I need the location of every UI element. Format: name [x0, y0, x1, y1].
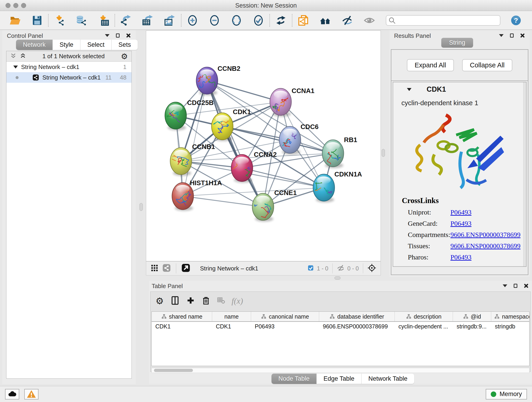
crosslink-row: Uniprot:P06493	[408, 208, 526, 216]
column-header-canonical-name[interactable]: canonical name	[251, 312, 319, 321]
zoom-selected-button[interactable]	[253, 14, 264, 26]
edge-HIST1H1A-CCNE1[interactable]	[183, 196, 263, 207]
home-networks-button[interactable]	[319, 14, 331, 26]
refresh-view-button[interactable]	[275, 14, 287, 26]
export-network-icon	[120, 15, 132, 26]
node-RB1[interactable]: RB1	[322, 136, 357, 168]
tab-network[interactable]: Network	[16, 40, 53, 50]
node-gloss	[235, 157, 249, 164]
selected-nodes-checkbox-icon[interactable]	[307, 264, 314, 272]
node-CDC25B[interactable]: CDC25B	[165, 99, 214, 130]
clone-network-button[interactable]	[298, 14, 309, 26]
panel-close-icon[interactable]	[126, 33, 131, 38]
tab-edge-table[interactable]: Edge Table	[317, 374, 361, 384]
search-input[interactable]	[386, 15, 500, 26]
select-columns-icon[interactable]	[170, 296, 180, 306]
import-network-database-button[interactable]	[76, 14, 88, 26]
crosslink-link[interactable]: P06493	[450, 208, 472, 216]
table-gear-icon[interactable]: ⚙	[156, 296, 164, 306]
column-header-database-identifier[interactable]: database identifier	[319, 312, 395, 321]
table-menu-icon[interactable]	[503, 284, 507, 287]
column-header-namespace[interactable]: namespace	[491, 312, 530, 321]
edge-CCNB2-CCNE1[interactable]	[207, 81, 263, 207]
table-cell: CDK1	[212, 322, 251, 332]
delete-column-trash-icon[interactable]	[201, 296, 210, 306]
collapse-all-button[interactable]: Collapse All	[462, 59, 513, 71]
zoom-fit-button[interactable]	[230, 14, 242, 26]
right-splitter-handle[interactable]	[382, 149, 385, 157]
crosslink-link[interactable]: P06493	[450, 253, 472, 261]
tab-select[interactable]: Select	[80, 40, 112, 50]
network-canvas[interactable]: CCNB2CCNA1CDC25BCDK1CDC6RB1CCNB1CCNA2CDK…	[146, 31, 381, 261]
node-CCNB2[interactable]: CCNB2	[196, 65, 240, 96]
column-header--id[interactable]: @id	[453, 312, 491, 321]
table-header-row: shared namenamecanonical namedatabase id…	[152, 312, 529, 322]
table-row[interactable]: CDK1CDK1P064939606.ENSP00000378699cyclin…	[152, 322, 529, 332]
table-close-icon[interactable]	[524, 283, 528, 288]
import-table-file-icon	[98, 15, 109, 26]
node-CCNE1[interactable]: CCNE1	[247, 189, 297, 222]
memory-button[interactable]: Memory	[486, 389, 527, 400]
table-float-icon[interactable]	[514, 284, 517, 288]
zoom-fit-icon	[231, 15, 242, 26]
gene-card-scrollbar[interactable]	[523, 82, 526, 266]
tab-style[interactable]: Style	[53, 40, 80, 50]
collapse-all-icon[interactable]	[10, 53, 17, 60]
open-file-icon	[9, 15, 21, 26]
network-options-gear-icon[interactable]: ⚙	[121, 52, 128, 60]
results-close-icon[interactable]	[520, 33, 525, 38]
fit-selection-crosshair-icon[interactable]	[367, 263, 376, 274]
hide-panels-button[interactable]	[341, 14, 353, 26]
help-button[interactable]: ?	[510, 14, 522, 26]
save-session-button[interactable]	[31, 14, 43, 26]
show-panel-button[interactable]	[363, 14, 375, 26]
crosslink-label: Uniprot:	[408, 208, 450, 216]
node-CDC6[interactable]: CDC6	[279, 123, 319, 155]
birds-eye-view-icon[interactable]	[181, 263, 190, 274]
open-file-button[interactable]	[9, 14, 21, 26]
tab-node-table[interactable]: Node Table	[272, 374, 317, 384]
panel-menu-icon[interactable]	[105, 34, 109, 37]
edge-CCNB2-CCNA1[interactable]	[207, 81, 280, 102]
results-float-icon[interactable]	[510, 33, 514, 38]
expand-all-icon[interactable]	[20, 53, 26, 60]
home-networks-icon	[320, 15, 331, 26]
crosslink-link[interactable]: 9606.ENSP00000378699	[450, 242, 520, 249]
column-header-shared-name[interactable]: shared name	[152, 312, 212, 321]
edge-CCNB2-HIST1H1A[interactable]	[183, 81, 207, 196]
crosslink-link[interactable]: 9606.ENSP00000378699	[450, 231, 520, 238]
add-column-icon[interactable]	[186, 296, 195, 306]
results-menu-icon[interactable]	[499, 34, 504, 37]
import-network-file-button[interactable]	[54, 14, 65, 26]
import-table-file-button[interactable]	[98, 14, 109, 26]
string-app-icon	[32, 74, 39, 81]
export-network-button[interactable]	[120, 14, 132, 26]
node-CCNA1[interactable]: CCNA1	[270, 87, 314, 117]
tab-sets[interactable]: Sets	[112, 40, 138, 50]
table-horizontal-scrollbar[interactable]	[152, 368, 530, 373]
string-network-gray-icon[interactable]	[162, 264, 171, 273]
expand-all-button[interactable]: Expand All	[407, 59, 454, 71]
network-row[interactable]: String Network – cdk1 11 48	[6, 72, 132, 83]
bottom-splitter-handle[interactable]	[335, 276, 341, 280]
network-collection-row[interactable]: String Network – cdk1 1	[6, 62, 132, 72]
column-header-description[interactable]: description	[395, 312, 453, 321]
left-splitter-handle[interactable]	[139, 203, 143, 211]
tab-string[interactable]: String	[441, 38, 473, 48]
zoom-in-button[interactable]	[186, 14, 198, 26]
grid-view-icon[interactable]	[150, 264, 158, 273]
tab-network-table[interactable]: Network Table	[361, 374, 414, 384]
crosslink-link[interactable]: P06493	[450, 220, 472, 227]
column-header-name[interactable]: name	[212, 312, 251, 321]
node-gloss	[174, 150, 188, 157]
zoom-out-button[interactable]	[209, 14, 220, 26]
export-table-button[interactable]	[142, 14, 154, 26]
collection-expand-icon[interactable]	[13, 65, 18, 69]
panel-float-icon[interactable]	[116, 33, 120, 38]
table-cell: stringdb:9...	[453, 322, 491, 332]
cloud-button[interactable]	[5, 389, 19, 400]
export-image-button[interactable]	[164, 14, 176, 26]
gene-collapse-icon[interactable]	[407, 88, 412, 91]
node-CDKN1A[interactable]: CDKN1A	[308, 171, 362, 203]
warning-button[interactable]	[24, 389, 38, 400]
